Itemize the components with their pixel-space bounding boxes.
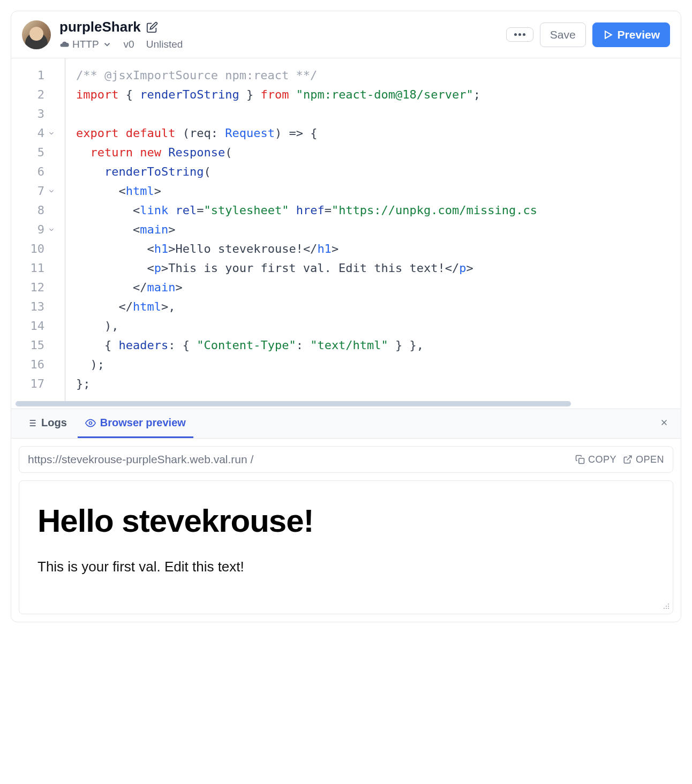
avatar[interactable] [22,20,51,49]
val-type-selector[interactable]: HTTP [59,39,112,50]
eye-icon [85,418,96,428]
code-line[interactable]: <link rel="stylesheet" href="https://unp… [76,201,681,220]
copy-url-button[interactable]: COPY [575,454,616,465]
code-line[interactable]: </main> [76,278,681,297]
visibility-selector[interactable]: Unlisted [146,39,183,50]
cloud-icon [59,40,69,49]
val-type-label: HTTP [72,39,99,50]
gutter-line[interactable]: 10 [11,239,61,259]
preview-frame: Hello stevekrouse! This is your first va… [19,480,673,614]
code-line[interactable]: ), [76,316,681,336]
code-line[interactable]: return new Response( [76,143,681,162]
visibility-label: Unlisted [146,39,183,50]
gutter-line[interactable]: 6 [11,162,61,182]
gutter-line[interactable]: 12 [11,278,61,297]
svg-point-14 [668,608,669,609]
svg-marker-0 [605,31,612,38]
gutter-line[interactable]: 2 [11,85,61,104]
svg-point-17 [664,608,665,609]
tab-preview-label: Browser preview [100,417,186,429]
title-block: purpleShark HTTP v0 Unl [59,19,498,50]
dots-icon [514,33,525,36]
val-title: purpleShark [59,19,141,35]
tab-logs[interactable]: Logs [19,409,74,438]
gutter-line[interactable]: 9 [11,220,61,239]
code-line[interactable]: </html>, [76,297,681,316]
code-line[interactable]: <main> [76,220,681,239]
play-icon [603,29,613,40]
line-gutter: 1234567891011121314151617 [11,58,65,401]
gutter-line[interactable]: 4 [11,124,61,143]
chevron-down-icon [102,40,112,49]
code-line[interactable]: renderToString( [76,162,681,182]
code-line[interactable]: ); [76,355,681,374]
gutter-line[interactable]: 8 [11,201,61,220]
code-line[interactable]: <h1>Hello stevekrouse!</h1> [76,239,681,259]
code-line[interactable]: <html> [76,182,681,201]
panel-close-button[interactable] [655,412,673,435]
save-button[interactable]: Save [540,22,586,47]
gutter-line[interactable]: 13 [11,297,61,316]
preview-button[interactable]: Preview [592,22,670,47]
gutter-line[interactable]: 14 [11,316,61,336]
list-icon [26,418,37,428]
tab-logs-label: Logs [41,417,67,429]
gutter-line[interactable]: 5 [11,143,61,162]
gutter-line[interactable]: 17 [11,374,61,394]
svg-point-13 [668,606,669,607]
open-url-button[interactable]: OPEN [623,454,664,465]
code-line[interactable]: export default (req: Request) => { [76,124,681,143]
svg-line-11 [627,456,631,460]
tab-browser-preview[interactable]: Browser preview [78,409,193,438]
version-label: v0 [124,39,134,50]
close-icon [659,418,669,427]
code-line[interactable]: }; [76,374,681,394]
external-link-icon [623,455,633,464]
preview-paragraph: This is your first val. Edit this text! [37,559,655,575]
code-line[interactable]: /** @jsxImportSource npm:react **/ [76,66,681,85]
code-line[interactable]: import { renderToString } from "npm:reac… [76,85,681,104]
svg-rect-10 [579,458,584,464]
header-actions: Save Preview [506,22,670,47]
preview-url[interactable]: https://stevekrouse-purpleShark.web.val.… [28,453,569,466]
gutter-line[interactable]: 15 [11,336,61,355]
preview-heading: Hello stevekrouse! [37,502,655,539]
edit-title-icon[interactable] [146,21,158,33]
header-bar: purpleShark HTTP v0 Unl [11,11,681,58]
gutter-line[interactable]: 3 [11,104,61,124]
preview-url-bar: https://stevekrouse-purpleShark.web.val.… [19,446,673,473]
svg-point-7 [89,421,92,424]
code-line[interactable]: <p>This is your first val. Edit this tex… [76,259,681,278]
code-editor[interactable]: 1234567891011121314151617 /** @jsxImport… [11,58,681,401]
svg-point-16 [666,608,667,609]
svg-point-12 [668,604,669,605]
code-line[interactable] [76,104,681,124]
gutter-line[interactable]: 16 [11,355,61,374]
gutter-line[interactable]: 1 [11,66,61,85]
code-line[interactable]: { headers: { "Content-Type": "text/html"… [76,336,681,355]
gutter-line[interactable]: 11 [11,259,61,278]
horizontal-scrollbar[interactable] [11,401,681,409]
svg-point-15 [666,606,667,607]
panel-tabs: Logs Browser preview [11,409,681,439]
gutter-line[interactable]: 7 [11,182,61,201]
app-window: purpleShark HTTP v0 Unl [11,11,681,622]
version-selector[interactable]: v0 [124,39,134,50]
resize-handle[interactable] [661,601,670,612]
code-area[interactable]: /** @jsxImportSource npm:react **/import… [65,58,681,401]
more-menu-button[interactable] [506,27,533,42]
copy-icon [575,455,585,464]
